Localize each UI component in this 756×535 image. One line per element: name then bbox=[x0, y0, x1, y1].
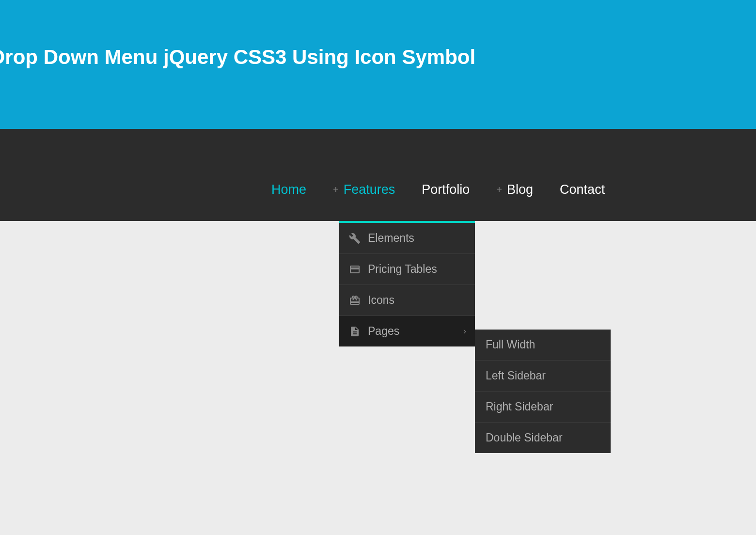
submenu-label: Double Sidebar bbox=[486, 431, 563, 444]
nav-label: Home bbox=[271, 182, 306, 197]
dropdown-label: Pages bbox=[368, 325, 399, 338]
nav-item-features[interactable]: + Features bbox=[333, 182, 395, 197]
plus-icon: + bbox=[333, 184, 339, 195]
nav-item-portfolio[interactable]: Portfolio bbox=[422, 182, 470, 197]
dropdown-label: Icons bbox=[368, 294, 394, 307]
nav-item-blog[interactable]: + Blog bbox=[496, 182, 533, 197]
nav-item-home[interactable]: Home bbox=[271, 182, 306, 197]
file-icon bbox=[349, 326, 361, 337]
card-icon bbox=[349, 264, 361, 275]
dropdown-item-pricing[interactable]: Pricing Tables bbox=[339, 254, 475, 285]
dropdown-item-icons[interactable]: Icons bbox=[339, 285, 475, 316]
wrench-icon bbox=[349, 233, 361, 244]
submenu-label: Full Width bbox=[486, 338, 535, 351]
plus-icon: + bbox=[496, 184, 502, 195]
dropdown-item-pages[interactable]: Pages › bbox=[339, 316, 475, 346]
chevron-right-icon: › bbox=[463, 326, 466, 336]
submenu-label: Left Sidebar bbox=[486, 369, 546, 382]
banner-title: Drop Down Menu jQuery CSS3 Using Icon Sy… bbox=[0, 46, 475, 69]
banner: Drop Down Menu jQuery CSS3 Using Icon Sy… bbox=[0, 0, 756, 129]
nav-label: Portfolio bbox=[422, 182, 470, 197]
submenu-item-doublesidebar[interactable]: Double Sidebar bbox=[475, 423, 611, 453]
nav-label: Features bbox=[344, 182, 395, 197]
submenu-item-rightsidebar[interactable]: Right Sidebar bbox=[475, 392, 611, 423]
nav-list: Home + Features Portfolio + Blog Contact bbox=[271, 182, 605, 197]
dropdown-label: Pricing Tables bbox=[368, 263, 437, 276]
submenu-label: Right Sidebar bbox=[486, 400, 553, 413]
nav-label: Contact bbox=[560, 182, 605, 197]
submenu-item-leftsidebar[interactable]: Left Sidebar bbox=[475, 361, 611, 392]
nav-label: Blog bbox=[507, 182, 533, 197]
dropdown-menu: Elements Pricing Tables Icons Pages › bbox=[339, 221, 475, 346]
dropdown-item-elements[interactable]: Elements bbox=[339, 223, 475, 254]
gift-icon bbox=[349, 295, 361, 306]
dropdown-label: Elements bbox=[368, 232, 414, 245]
nav-item-contact[interactable]: Contact bbox=[560, 182, 605, 197]
submenu: Full Width Left Sidebar Right Sidebar Do… bbox=[475, 330, 611, 453]
navbar: Home + Features Portfolio + Blog Contact bbox=[0, 129, 756, 221]
submenu-item-fullwidth[interactable]: Full Width bbox=[475, 330, 611, 361]
